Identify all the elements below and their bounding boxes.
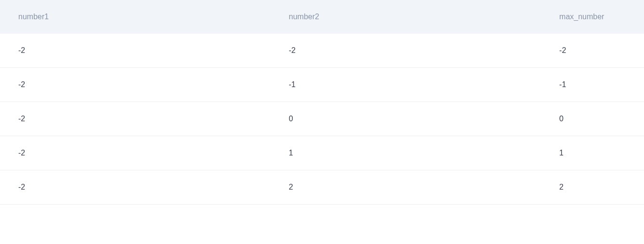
data-table-container: number1 number2 max_number -2 -2 -2 -2 -… [0,0,644,205]
cell-number2: 0 [271,102,541,136]
table-row: -2 -1 -1 [0,68,644,102]
cell-number2: 1 [271,136,541,170]
table-header: number1 number2 max_number [0,0,644,34]
data-table: number1 number2 max_number -2 -2 -2 -2 -… [0,0,644,205]
cell-max-number: -1 [541,68,644,102]
cell-number2: 2 [271,170,541,205]
cell-max-number: 2 [541,170,644,205]
cell-max-number: -2 [541,34,644,68]
cell-number1: -2 [0,68,271,102]
table-row: -2 2 2 [0,170,644,205]
column-header-number1: number1 [0,0,271,34]
table-row: -2 -2 -2 [0,34,644,68]
table-body: -2 -2 -2 -2 -1 -1 -2 0 0 -2 1 1 -2 2 [0,34,644,205]
table-header-row: number1 number2 max_number [0,0,644,34]
column-header-number2: number2 [271,0,541,34]
cell-max-number: 0 [541,102,644,136]
table-row: -2 0 0 [0,102,644,136]
cell-number2: -2 [271,34,541,68]
column-header-max-number: max_number [541,0,644,34]
table-row: -2 1 1 [0,136,644,170]
cell-number1: -2 [0,170,271,205]
cell-number1: -2 [0,102,271,136]
cell-max-number: 1 [541,136,644,170]
cell-number2: -1 [271,68,541,102]
cell-number1: -2 [0,136,271,170]
cell-number1: -2 [0,34,271,68]
